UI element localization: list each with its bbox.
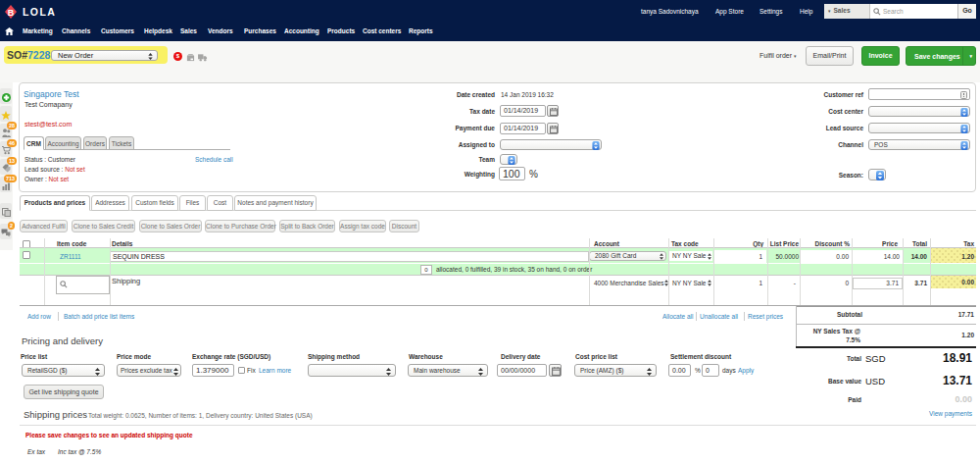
- svg-text:B: B: [8, 8, 15, 18]
